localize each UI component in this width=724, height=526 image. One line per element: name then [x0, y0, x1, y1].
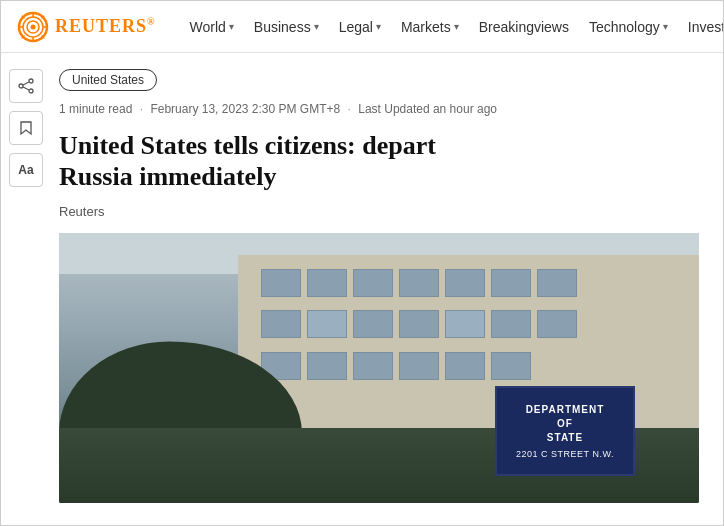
- window: [491, 352, 531, 380]
- nav-label-breakingviews: Breakingviews: [479, 19, 569, 35]
- window: [445, 269, 485, 297]
- window: [491, 310, 531, 338]
- nav-label-technology: Technology: [589, 19, 660, 35]
- svg-point-13: [29, 89, 33, 93]
- share-button[interactable]: [9, 69, 43, 103]
- main-content: Aa United States 1 minute read · Februar…: [1, 53, 723, 525]
- window: [399, 269, 439, 297]
- chevron-down-icon: ▾: [454, 21, 459, 32]
- article-source: Reuters: [59, 204, 699, 219]
- nav-label-world: World: [190, 19, 226, 35]
- read-time: 1 minute read: [59, 102, 132, 116]
- windows-row-2: [261, 310, 676, 338]
- nav-item-breakingviews[interactable]: Breakingviews: [469, 1, 579, 53]
- nav-label-markets: Markets: [401, 19, 451, 35]
- nav-label-business: Business: [254, 19, 311, 35]
- nav-item-markets[interactable]: Markets ▾: [391, 1, 469, 53]
- svg-point-12: [29, 79, 33, 83]
- logo-text: REUTERS®: [55, 16, 156, 37]
- article-area: United States 1 minute read · February 1…: [51, 53, 723, 525]
- nav-item-legal[interactable]: Legal ▾: [329, 1, 391, 53]
- svg-line-16: [23, 87, 29, 90]
- windows-row-1: [261, 269, 676, 297]
- reuters-logo-icon: [17, 11, 49, 43]
- window: [353, 269, 393, 297]
- window: [307, 352, 347, 380]
- bookmark-button[interactable]: [9, 111, 43, 145]
- chevron-down-icon: ▾: [663, 21, 668, 32]
- reuters-logo[interactable]: REUTERS®: [17, 11, 156, 43]
- last-updated: Last Updated an hour ago: [358, 102, 497, 116]
- sign-addr-text: 2201 C STREET N.W.: [516, 449, 614, 459]
- nav-label-investiga: Investiga: [688, 19, 724, 35]
- building-bg: DEPARTMENT OF STATE 2201 C STREET N.W.: [59, 233, 699, 503]
- svg-point-14: [19, 84, 23, 88]
- article-meta: 1 minute read · February 13, 2023 2:30 P…: [59, 101, 699, 118]
- window: [491, 269, 531, 297]
- publish-date: February 13, 2023 2:30 PM GMT+8: [150, 102, 340, 116]
- window: [445, 310, 485, 338]
- window: [445, 352, 485, 380]
- window: [353, 352, 393, 380]
- nav-label-legal: Legal: [339, 19, 373, 35]
- article-image: DEPARTMENT OF STATE 2201 C STREET N.W.: [59, 233, 699, 503]
- window: [537, 310, 577, 338]
- nav-item-technology[interactable]: Technology ▾: [579, 1, 678, 53]
- font-size-label: Aa: [18, 163, 33, 177]
- window: [399, 352, 439, 380]
- logo-area: REUTERS®: [17, 11, 156, 43]
- article-title: United States tells citizens: depart Rus…: [59, 130, 699, 192]
- nav-item-world[interactable]: World ▾: [180, 1, 244, 53]
- window: [353, 310, 393, 338]
- svg-point-3: [31, 24, 36, 29]
- svg-line-15: [23, 82, 29, 85]
- navbar: REUTERS® World ▾ Business ▾ Legal ▾ Mark…: [1, 1, 723, 53]
- sign-dept-text: DEPARTMENT OF STATE: [526, 403, 605, 445]
- nav-item-investiga[interactable]: Investiga: [678, 1, 724, 53]
- dept-sign: DEPARTMENT OF STATE 2201 C STREET N.W.: [495, 386, 635, 476]
- nav-item-business[interactable]: Business ▾: [244, 1, 329, 53]
- chevron-down-icon: ▾: [376, 21, 381, 32]
- tag-badge[interactable]: United States: [59, 69, 157, 91]
- chevron-down-icon: ▾: [229, 21, 234, 32]
- browser-window: REUTERS® World ▾ Business ▾ Legal ▾ Mark…: [0, 0, 724, 526]
- window: [537, 269, 577, 297]
- window: [261, 269, 301, 297]
- bookmark-icon: [19, 120, 33, 136]
- window: [307, 269, 347, 297]
- action-sidebar: Aa: [1, 53, 51, 525]
- window: [399, 310, 439, 338]
- windows-row-3: [261, 352, 676, 380]
- chevron-down-icon: ▾: [314, 21, 319, 32]
- share-icon: [18, 78, 34, 94]
- window: [307, 310, 347, 338]
- font-size-button[interactable]: Aa: [9, 153, 43, 187]
- nav-items: World ▾ Business ▾ Legal ▾ Markets ▾ Bre…: [180, 1, 724, 53]
